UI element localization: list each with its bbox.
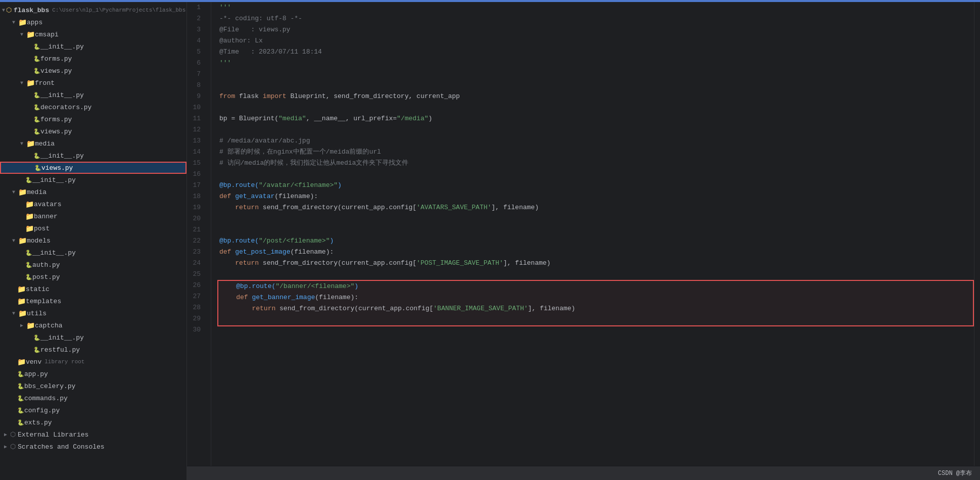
sidebar-item-bbs-celery[interactable]: 🐍 bbs_celery.py [0, 380, 186, 392]
code-line-10 [219, 102, 974, 113]
folder-icon: 📁 [26, 139, 35, 148]
line-num-26: 26 [187, 280, 205, 291]
chevron-down-icon: ▼ [10, 19, 17, 26]
sidebar-item-media-init[interactable]: 🐍 __init__.py [0, 150, 186, 162]
sidebar-item-media-top[interactable]: ▼ 📁 media [0, 186, 186, 198]
sidebar-item-models-post[interactable]: 🐍 post.py [0, 271, 186, 283]
code-token: return [235, 258, 263, 269]
code-token: "/post/<filename>" [259, 235, 330, 247]
sidebar-item-media-views[interactable]: 🐍 views.py [0, 162, 186, 174]
sidebar-item-front-forms[interactable]: 🐍 forms.py [0, 113, 186, 125]
sidebar-label-utils: utils [27, 310, 46, 317]
sidebar-item-commands[interactable]: 🐍 commands.py [0, 392, 186, 404]
sidebar-item-static[interactable]: 📁 static [0, 283, 186, 295]
line-num-5: 5 [187, 46, 205, 58]
code-token: @bp.route( [219, 180, 259, 191]
sidebar-label: bbs_celery.py [24, 382, 75, 390]
sidebar-label-views: views.py [41, 164, 73, 172]
code-line-4: @author: Lx [219, 35, 974, 46]
code-line-12 [219, 124, 974, 135]
folder-icon: 📁 [26, 79, 35, 87]
code-token: @author: Lx [219, 35, 263, 46]
sidebar-item-models[interactable]: ▼ 📁 models [0, 234, 186, 247]
code-editor[interactable]: ''' -*- coding: utf-8 -*- @File : views.… [211, 2, 974, 466]
sidebar-label-venv: venv [26, 358, 41, 366]
sidebar-item-cmsapi-forms[interactable]: 🐍 forms.py [0, 53, 186, 65]
bottom-bar: CSDN @李布 [187, 466, 980, 480]
sidebar-item-avatars[interactable]: 📁 avatars [0, 198, 186, 210]
code-token: 'AVATARS_SAVE_PATH' [416, 202, 491, 213]
chevron-down-icon: ▼ [18, 79, 25, 86]
sidebar-item-captcha[interactable]: ▶ 📁 captcha [0, 319, 186, 331]
sidebar-label-scratches: Scratches and Consoles [18, 443, 105, 451]
sidebar-item-models-init[interactable]: 🐍 __init__.py [0, 247, 186, 259]
editor-content: 1 2 3 4 5 6 7 8 9 10 11 12 13 14 15 16 1… [187, 2, 980, 466]
line-num-4: 4 [187, 35, 205, 46]
code-token: @bp.route( [219, 235, 259, 247]
sidebar-item-front[interactable]: ▼ 📁 front [0, 77, 186, 89]
code-line-2: -*- coding: utf-8 -*- [219, 13, 974, 24]
sidebar-item-models-auth[interactable]: 🐍 auth.py [0, 259, 186, 271]
code-line-24: return send_from_directory(current_app.c… [219, 258, 974, 269]
sidebar-item-venv[interactable]: 📁 venv library root [0, 356, 186, 368]
sidebar-item-templates[interactable]: 📁 templates [0, 295, 186, 307]
sidebar-item-post[interactable]: 📁 post [0, 222, 186, 234]
code-token: -*- coding: utf-8 -*- [219, 13, 302, 24]
code-line-22: @bp.route( "/post/<filename>" ) [219, 235, 974, 247]
sidebar-item-utils-init[interactable]: 🐍 __init__.py [0, 331, 186, 344]
sidebar-item-config[interactable]: 🐍 config.py [0, 404, 186, 416]
sidebar-item-utils[interactable]: ▼ 📁 utils [0, 307, 186, 319]
sidebar-item-root[interactable]: ▼ ⬡ flask_bbs C:\Users\nlp_1\PycharmProj… [0, 4, 186, 16]
code-token: @File : views.py [219, 24, 290, 35]
sidebar-label: restful.py [40, 346, 80, 354]
sidebar-label-cmsapi: cmsapi [35, 31, 59, 38]
line-num-8: 8 [187, 80, 205, 91]
py-file-icon: 🐍 [33, 68, 40, 74]
sidebar-item-banner[interactable]: 📁 banner [0, 210, 186, 222]
line-num-17: 17 [187, 180, 205, 191]
sidebar-label: post.py [32, 273, 60, 281]
sidebar-item-apps-init[interactable]: 🐍 __init__.py [0, 174, 186, 186]
sidebar-item-front-decorators[interactable]: 🐍 decorators.py [0, 101, 186, 113]
sidebar-item-exts[interactable]: 🐍 exts.py [0, 416, 186, 428]
code-token: return [252, 303, 279, 314]
sidebar-item-apps[interactable]: ▼ 📁 apps [0, 16, 186, 28]
code-token: ], filename) [491, 202, 539, 213]
sidebar-item-restful[interactable]: 🐍 restful.py [0, 344, 186, 356]
sidebar-item-external-libs[interactable]: ▶ ⬡ External Libraries [0, 428, 186, 441]
sidebar-label-front: front [35, 79, 55, 87]
line-num-16: 16 [187, 169, 205, 180]
code-line-26: @bp.route( "/banner/<filename>" ) [220, 281, 973, 292]
code-token: ], filename) [528, 303, 576, 314]
scrollbar-right[interactable] [974, 2, 980, 466]
sidebar: ▼ ⬡ flask_bbs C:\Users\nlp_1\PycharmProj… [0, 2, 187, 480]
code-line-20 [219, 213, 974, 224]
code-line-18: def get_avatar (filename): [219, 191, 974, 202]
code-token: (filename): [315, 292, 358, 303]
code-token: send_from_directory(current_app.config[ [279, 303, 433, 314]
line-num-10: 10 [187, 102, 205, 113]
sidebar-item-cmsapi-views[interactable]: 🐍 views.py [0, 65, 186, 77]
line-num-30: 30 [187, 324, 205, 335]
sidebar-item-cmsapi-init[interactable]: 🐍 __init__.py [0, 40, 186, 53]
sidebar-item-scratches[interactable]: ▶ ⬡ Scratches and Consoles [0, 441, 186, 453]
sidebar-item-front-init[interactable]: 🐍 __init__.py [0, 89, 186, 101]
sidebar-item-app-py[interactable]: 🐍 app.py [0, 368, 186, 380]
project-icon: ⬡ [6, 6, 12, 14]
sidebar-label-apps: apps [27, 19, 42, 26]
code-line-9: from flask import Blueprint, send_from_d… [219, 91, 974, 102]
code-token: def [219, 191, 235, 202]
code-token: ) [429, 113, 433, 124]
code-token: from [219, 91, 239, 102]
code-token: ''' [219, 2, 231, 13]
sidebar-label: views.py [40, 67, 72, 75]
code-token: def [236, 292, 252, 303]
sidebar-label-static: static [26, 285, 50, 293]
code-line-28: return send_from_directory(current_app.c… [220, 303, 973, 314]
sidebar-item-cmsapi[interactable]: ▼ 📁 cmsapi [0, 28, 186, 40]
sidebar-item-front-views[interactable]: 🐍 views.py [0, 125, 186, 137]
py-file-icon: 🐍 [25, 274, 32, 280]
sidebar-item-media-apps[interactable]: ▼ 📁 media [0, 137, 186, 150]
sidebar-label-media: media [35, 140, 55, 148]
code-token: send_from_directory(current_app.config[ [263, 258, 416, 269]
